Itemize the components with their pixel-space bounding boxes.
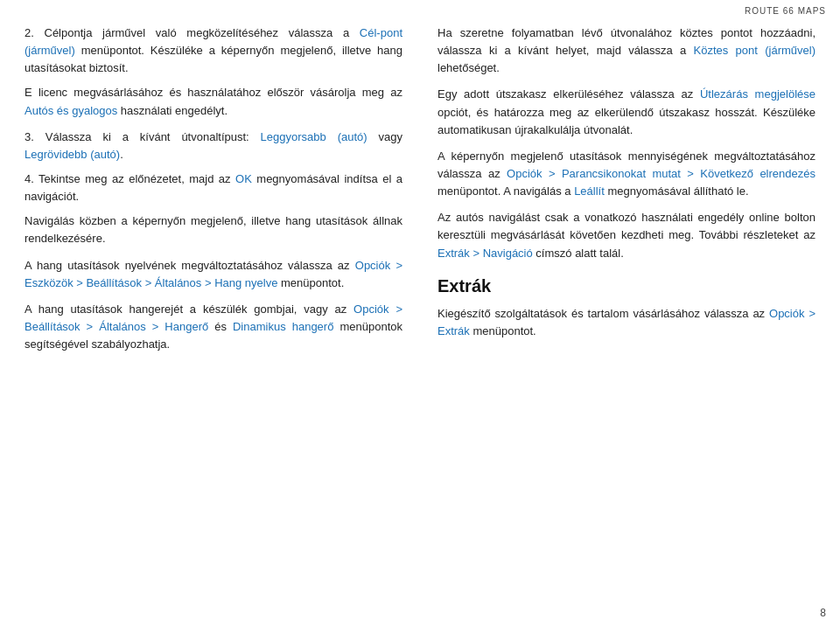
link-utlezaras[interactable]: Útlezárás megjelölése: [700, 87, 816, 101]
para-voice-vol-text: A hang utasítások hangerejét a készülék …: [24, 303, 402, 351]
link-leggyorsabb[interactable]: Leggyorsabb (autó): [261, 130, 368, 143]
para-autos-nav-text: Az autós navigálást csak a vonatkozó has…: [438, 211, 816, 259]
item-3: 3. Válassza ki a kívánt útvonaltípust: L…: [24, 129, 402, 163]
link-celpont[interactable]: Cél-pont (járművel): [24, 26, 402, 57]
para-voice-vol: A hang utasítások hangerejét a készülék …: [24, 301, 402, 353]
left-column: 2. Célpontja járművel való megközelítésé…: [0, 16, 420, 609]
item-4-text: 4. Tekintse meg az előnézetet, majd az O…: [24, 172, 402, 203]
page-number: 8: [820, 607, 826, 619]
para-utasitasok: A képernyőn megjelenő utasítások mennyis…: [438, 148, 816, 200]
link-koztes-pont[interactable]: Köztes pont (járművel): [694, 44, 816, 57]
para-koztes-text: Ha szeretne folyamatban lévő útvonalához…: [438, 26, 816, 74]
para-navigalas-text: Navigálás közben a képernyőn megjelenő, …: [24, 214, 402, 245]
item-4: 4. Tekintse meg az előnézetet, majd az O…: [24, 170, 402, 205]
para-licenc: E licenc megvásárlásához és használatáho…: [24, 84, 402, 119]
brand-title: ROUTE 66 MAPS: [745, 6, 826, 16]
item-2: 2. Célpontja járművel való megközelítésé…: [24, 24, 402, 77]
para-utasitasok-text: A képernyőn megjelenő utasítások mennyis…: [438, 150, 816, 198]
para-utlezaras-text: Egy adott útszakasz elkerüléséhez válass…: [438, 87, 816, 136]
item-3-text: 3. Válassza ki a kívánt útvonaltípust: L…: [24, 130, 402, 161]
link-autos-gyalogos[interactable]: Autós és gyalogos: [24, 104, 117, 117]
para-extrak: Kiegészítő szolgáltatások és tartalom vá…: [438, 305, 816, 340]
link-dinamikus-hangero[interactable]: Dinamikus hangerő: [233, 320, 333, 333]
para-voice-lang: A hang utasítások nyelvének megváltoztat…: [24, 257, 402, 292]
right-column: Ha szeretne folyamatban lévő útvonalához…: [420, 16, 840, 609]
para-voice-lang-text: A hang utasítások nyelvének megváltoztat…: [24, 259, 402, 289]
link-extrak-navigacio[interactable]: Extrák > Navigáció: [438, 247, 533, 260]
content-area: 2. Célpontja járművel való megközelítésé…: [0, 16, 840, 609]
link-legrövidebb[interactable]: Legrövidebb (autó): [24, 148, 120, 161]
para-utlezaras: Egy adott útszakasz elkerüléséhez válass…: [438, 86, 816, 138]
para-extrak-text: Kiegészítő szolgáltatások és tartalom vá…: [438, 307, 816, 337]
link-opciok-extrak[interactable]: Opciók > Extrák: [438, 307, 816, 337]
para-navigalas: Navigálás közben a képernyőn megjelenő, …: [24, 212, 402, 247]
link-hang-nyelve[interactable]: Opciók > Eszközök > Beállítások > Általá…: [24, 259, 402, 289]
para-licenc-text: E licenc megvásárlásához és használatáho…: [24, 86, 402, 116]
para-koztes: Ha szeretne folyamatban lévő útvonalához…: [438, 24, 816, 77]
item-2-text: 2. Célpontja járművel való megközelítésé…: [24, 26, 402, 74]
link-hangero[interactable]: Opciók > Beállítások > Általános > Hange…: [24, 303, 402, 333]
para-autos-nav: Az autós navigálást csak a vonatkozó has…: [438, 209, 816, 261]
link-parancsikonokat[interactable]: Opciók > Parancsikonokat mutat > Követke…: [507, 167, 816, 180]
link-leaallit[interactable]: Leállít: [574, 184, 605, 198]
section-extrak-heading: Extrák: [438, 273, 816, 300]
link-ok[interactable]: OK: [235, 172, 252, 185]
